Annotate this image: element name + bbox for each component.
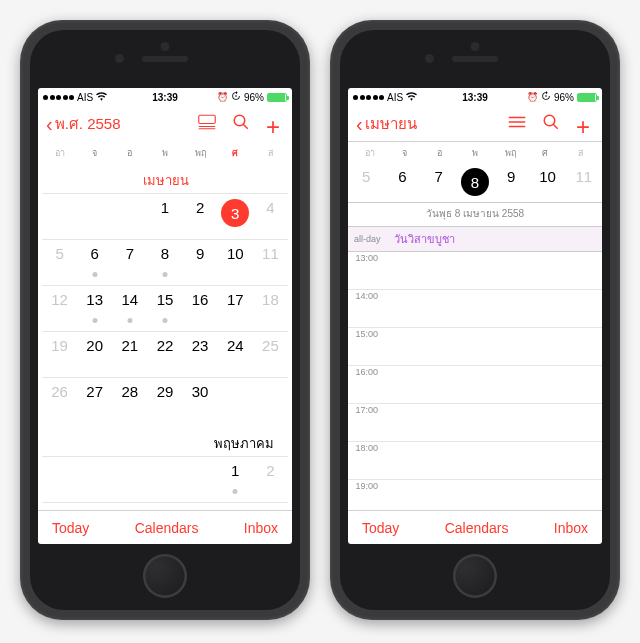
- calendar-day-cell[interactable]: 3: [218, 193, 253, 239]
- status-time: 13:39: [152, 92, 178, 103]
- calendar-day-cell[interactable]: 27: [77, 377, 112, 423]
- rotation-lock-icon: [231, 91, 241, 103]
- calendar-day-cell: [147, 456, 182, 502]
- back-button[interactable]: ‹ เมษายน: [356, 112, 417, 136]
- weekday-label: อา: [352, 144, 387, 162]
- home-button[interactable]: [143, 554, 187, 598]
- search-button[interactable]: [232, 113, 250, 134]
- calendar-day-cell[interactable]: 23: [183, 331, 218, 377]
- calendar-day-cell[interactable]: 4: [253, 193, 288, 239]
- calendar-day-cell[interactable]: 15: [147, 285, 182, 331]
- calendar-day-cell[interactable]: 22: [147, 331, 182, 377]
- inbox-button[interactable]: Inbox: [244, 520, 278, 536]
- alarm-icon: ⏰: [217, 92, 228, 102]
- week-strip-day[interactable]: 7: [421, 166, 457, 198]
- battery-icon: [267, 93, 287, 102]
- calendar-day-cell[interactable]: 25: [253, 331, 288, 377]
- view-toggle-button[interactable]: [198, 113, 216, 134]
- all-day-row[interactable]: all-day วันวิสาขบูชา: [348, 227, 602, 252]
- hour-row[interactable]: 13:00: [348, 252, 602, 290]
- hour-row[interactable]: 15:00: [348, 328, 602, 366]
- calendar-day-cell[interactable]: 7: [112, 239, 147, 285]
- week-strip-day[interactable]: 8: [457, 166, 493, 198]
- weekday-label: ส: [563, 144, 598, 162]
- calendar-day-cell[interactable]: 18: [253, 285, 288, 331]
- search-button[interactable]: [542, 113, 560, 134]
- back-button[interactable]: ‹ พ.ศ. 2558: [46, 112, 121, 136]
- hour-row[interactable]: 16:00: [348, 366, 602, 404]
- calendar-day-cell[interactable]: 6: [147, 502, 182, 510]
- calendar-day-cell: [112, 193, 147, 239]
- hour-row[interactable]: 18:00: [348, 442, 602, 480]
- calendar-day-cell[interactable]: 11: [253, 239, 288, 285]
- week-strip-day[interactable]: 6: [384, 166, 420, 198]
- today-button[interactable]: Today: [52, 520, 89, 536]
- calendar-day-cell[interactable]: 17: [218, 285, 253, 331]
- add-event-button[interactable]: +: [266, 115, 284, 133]
- calendar-day-cell[interactable]: 1: [147, 193, 182, 239]
- calendars-button[interactable]: Calendars: [135, 520, 199, 536]
- week-strip-day[interactable]: 10: [529, 166, 565, 198]
- all-day-label: all-day: [354, 234, 388, 244]
- screen: AIS 13:39 ⏰ 96% ‹: [348, 88, 602, 544]
- week-strip-day[interactable]: 5: [348, 166, 384, 198]
- calendar-day-cell[interactable]: 1: [218, 456, 253, 502]
- week-strip: 567891011: [348, 166, 602, 203]
- weekday-label: ส: [253, 144, 288, 162]
- calendar-day-cell[interactable]: 26: [42, 377, 77, 423]
- svg-rect-1: [199, 115, 216, 123]
- calendar-day-cell[interactable]: 20: [77, 331, 112, 377]
- weekday-label: อ: [112, 144, 147, 162]
- calendar-day-cell[interactable]: 9: [253, 502, 288, 510]
- weekday-header: อาจอพพฤศส: [348, 142, 602, 166]
- calendar-day-cell[interactable]: 12: [42, 285, 77, 331]
- calendars-button[interactable]: Calendars: [445, 520, 509, 536]
- hour-label: 15:00: [348, 328, 382, 339]
- back-label: พ.ศ. 2558: [55, 112, 121, 136]
- calendar-day-cell[interactable]: 19: [42, 331, 77, 377]
- next-month-label: พฤษภาคม: [42, 423, 288, 456]
- phone-month-view: AIS 13:39 ⏰ 96% ‹: [20, 20, 310, 620]
- hour-row[interactable]: 19:00: [348, 480, 602, 510]
- hour-row[interactable]: 17:00: [348, 404, 602, 442]
- add-event-button[interactable]: +: [576, 115, 594, 133]
- calendar-day-cell[interactable]: 8: [147, 239, 182, 285]
- battery-icon: [577, 93, 597, 102]
- today-button[interactable]: Today: [362, 520, 399, 536]
- calendar-day-cell[interactable]: 3: [42, 502, 77, 510]
- weekday-label: พ: [147, 144, 182, 162]
- calendar-day-cell[interactable]: 13: [77, 285, 112, 331]
- chevron-left-icon: ‹: [356, 114, 363, 134]
- month-grid: 1234567891011121314151617181920212223242…: [42, 193, 288, 423]
- view-toggle-button[interactable]: [508, 113, 526, 134]
- weekday-label: อา: [42, 144, 77, 162]
- weekday-label: อ: [422, 144, 457, 162]
- calendar-day-cell[interactable]: 4: [77, 502, 112, 510]
- calendar-day-cell: [77, 456, 112, 502]
- calendar-day-cell[interactable]: 28: [112, 377, 147, 423]
- calendar-day-cell[interactable]: 24: [218, 331, 253, 377]
- calendar-day-cell[interactable]: 16: [183, 285, 218, 331]
- home-button[interactable]: [453, 554, 497, 598]
- calendar-day-cell[interactable]: 2: [253, 456, 288, 502]
- calendar-day-cell[interactable]: 10: [218, 239, 253, 285]
- calendar-day-cell[interactable]: 9: [183, 239, 218, 285]
- calendar-day-cell[interactable]: 8: [218, 502, 253, 510]
- week-strip-day[interactable]: 11: [566, 166, 602, 198]
- hour-row[interactable]: 14:00: [348, 290, 602, 328]
- month-scroll[interactable]: เมษายน 123456789101112131415161718192021…: [38, 166, 292, 510]
- calendar-day-cell[interactable]: 30: [183, 377, 218, 423]
- week-strip-day[interactable]: 9: [493, 166, 529, 198]
- calendar-day-cell[interactable]: 14: [112, 285, 147, 331]
- svg-point-0: [235, 95, 237, 97]
- calendar-day-cell[interactable]: 7: [183, 502, 218, 510]
- calendar-day-cell[interactable]: 5: [112, 502, 147, 510]
- calendar-day-cell[interactable]: 21: [112, 331, 147, 377]
- calendar-day-cell[interactable]: 29: [147, 377, 182, 423]
- calendar-day-cell[interactable]: 5: [42, 239, 77, 285]
- hour-list[interactable]: 13:0014:0015:0016:0017:0018:0019:0020:00…: [348, 252, 602, 510]
- calendar-day-cell[interactable]: 2: [183, 193, 218, 239]
- back-label: เมษายน: [365, 112, 417, 136]
- inbox-button[interactable]: Inbox: [554, 520, 588, 536]
- calendar-day-cell[interactable]: 6: [77, 239, 112, 285]
